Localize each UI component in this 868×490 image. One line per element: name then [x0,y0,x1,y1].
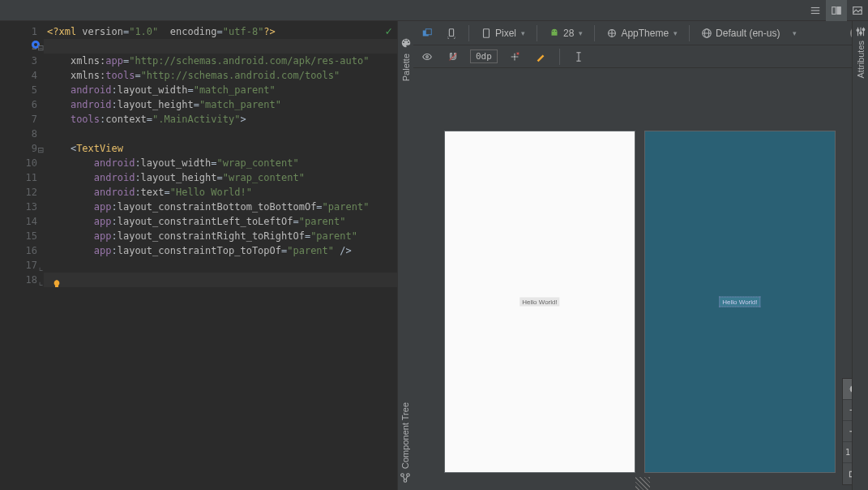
code-line[interactable]: android:text="Hello World!" [47,185,397,200]
theme-icon [606,28,618,39]
view-tab-code[interactable] [805,0,826,21]
orientation-toggle[interactable] [443,26,460,41]
line-number: 11 [0,170,37,185]
line-number: 1 [0,24,37,39]
api-picker[interactable]: 28▾ [545,26,586,41]
line-number: 12 [0,185,37,200]
locale-picker[interactable]: Default (en-us)▾ [698,26,800,41]
guidelines-button[interactable] [570,49,588,64]
code-line[interactable]: <?xml version="1.0" encoding="utf-8"?> [47,24,397,39]
default-margin-field[interactable]: 0dp [470,49,498,63]
theme-label: AppTheme [621,28,669,39]
resize-handle-icon[interactable] [635,477,650,490]
code-line[interactable]: app:layout_constraintRight_toRightOf="pa… [47,229,397,243]
line-number: 13 [0,200,37,214]
preview-textview[interactable]: Hello World! [719,297,760,307]
code-line[interactable]: android:layout_height="wrap_content" [47,170,397,185]
palette-tab[interactable]: Palette Component Tree [397,21,413,490]
line-number: 3 [0,54,37,68]
code-line[interactable]: app:layout_constraintTop_toTopOf="parent… [47,243,397,258]
code-line[interactable] [47,258,397,273]
line-number: 17 [0,258,37,273]
view-options-button[interactable] [418,49,436,64]
line-number: 6 [0,97,37,112]
component-tree-label: Component Tree [400,402,410,469]
line-gutter: 123456789101112131415161718 ⊟ ⊟ ⌞ ⌞ [0,21,44,490]
svg-rect-14 [484,28,490,37]
svg-point-8 [401,474,404,477]
svg-point-21 [426,55,429,58]
fold-end-icon: ⌞ [37,260,44,266]
device-preview-blueprint[interactable]: Hello World! [644,131,836,473]
component-tree-tab[interactable]: Component Tree [397,399,413,485]
design-canvas[interactable]: Hello World! Hello World! + − 1:1 [413,68,868,490]
api-label: 28 [563,28,574,39]
sliders-icon [855,26,866,37]
line-number: 16 [0,243,37,258]
line-number: 4 [0,68,37,83]
view-tab-design[interactable] [847,0,868,21]
line-number: 9 [0,141,37,156]
svg-rect-13 [449,28,453,36]
device-label: Pixel [495,28,516,39]
svg-point-23 [514,56,515,58]
design-toolbar: Pixel▾ 28▾ AppTheme▾ Default (en-us)▾ ! [413,21,868,45]
fold-end-icon: ⌞ [37,274,44,281]
palette-label: Palette [401,54,411,81]
code-line[interactable]: android:layout_width="match_parent" [47,83,397,97]
eye-icon [421,51,433,62]
view-tab-split[interactable] [826,0,847,21]
intention-bulb-icon[interactable] [52,279,62,289]
svg-rect-4 [837,6,840,14]
palette-icon [400,37,412,49]
svg-rect-12 [425,28,431,34]
code-editor[interactable]: <?xml version="1.0" encoding="utf-8"?><a… [44,21,397,490]
line-number: 15 [0,229,37,243]
check-ok-icon: ✓ [386,24,392,37]
code-editor-pane: 123456789101112131415161718 ⊟ ⊟ ⌞ ⌞ <?xm… [0,21,397,490]
code-line[interactable]: tools:context=".MainActivity"> [47,112,397,127]
line-number: 18 [0,273,37,287]
attributes-label: Attributes [856,41,866,78]
infer-constraints-button[interactable] [532,49,549,64]
svg-point-16 [555,30,556,31]
locale-label: Default (en-us) [716,28,780,39]
magnet-icon [447,51,459,62]
svg-point-9 [407,474,410,477]
code-line[interactable]: xmlns:tools="http://schemas.android.com/… [47,68,397,83]
code-line[interactable]: android:layout_width="wrap_content" [47,156,397,170]
line-number: 5 [0,83,37,97]
autoconnect-toggle[interactable] [444,49,462,64]
preview-textview[interactable]: Hello World! [520,298,559,307]
attributes-tab[interactable]: Attributes [852,21,868,490]
theme-picker[interactable]: AppTheme▾ [603,26,681,41]
svg-point-33 [857,29,859,32]
fold-toggle-icon[interactable]: ⊟ [37,41,44,47]
code-line[interactable]: android:layout_height="match_parent" [47,97,397,112]
android-icon [549,28,560,39]
device-picker[interactable]: Pixel▾ [477,26,528,41]
component-tree-icon [400,472,411,484]
line-number: 7 [0,112,37,127]
globe-icon [701,28,712,39]
code-line[interactable]: app:layout_constraintBottom_toBottomOf="… [47,200,397,214]
svg-point-34 [859,32,862,34]
view-mode-tabs [0,0,868,21]
code-line[interactable]: <TextView [47,141,397,156]
code-line[interactable]: app:layout_constraintLeft_toLeftOf="pare… [47,214,397,229]
svg-point-35 [862,28,865,31]
line-number: 14 [0,214,37,229]
design-subtoolbar: 0dp [413,45,868,68]
svg-rect-3 [832,6,836,14]
svg-point-10 [404,479,407,483]
line-number: 10 [0,156,37,170]
device-preview-light[interactable]: Hello World! [444,131,635,473]
code-line[interactable] [47,127,397,141]
svg-point-15 [553,30,554,31]
wand-icon [535,51,546,62]
code-line[interactable]: xmlns:app="http://schemas.android.com/ap… [47,54,397,68]
clear-constraints-button[interactable] [506,49,524,64]
design-surface-toggle[interactable] [418,26,436,41]
design-pane: Palette Component Tree Pixel▾ 28▾ AppThe… [397,21,868,490]
fold-toggle-icon[interactable]: ⊟ [37,143,44,149]
